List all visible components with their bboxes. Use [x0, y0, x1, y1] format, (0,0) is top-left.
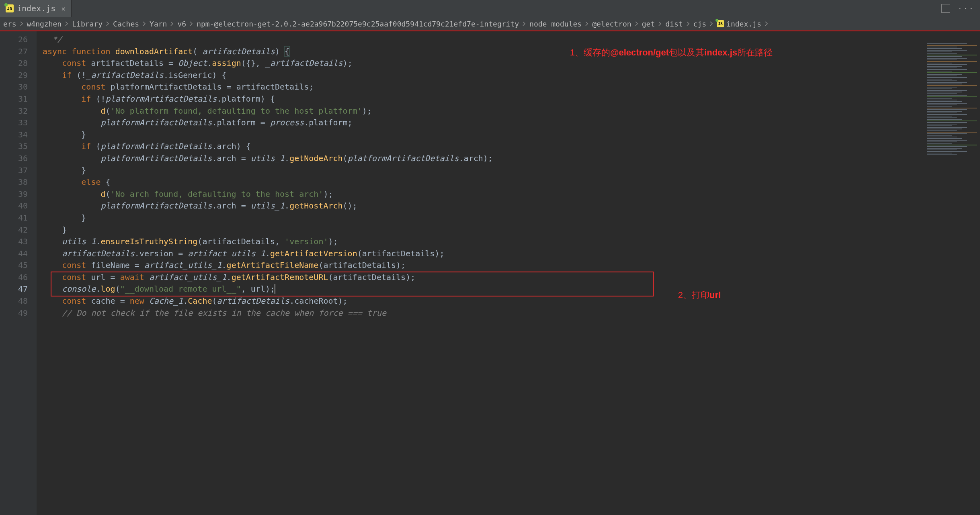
- code-line: if (!_artifactDetails.isGeneric) {: [43, 69, 924, 82]
- line-number: 45: [0, 260, 37, 272]
- line-number: 34: [0, 129, 37, 141]
- code-line: if (platformArtifactDetails.arch) {: [43, 141, 924, 153]
- line-number: 32: [0, 105, 37, 117]
- line-number: 49: [0, 307, 37, 319]
- js-file-icon: JS: [717, 20, 724, 27]
- code-line: platformArtifactDetails.arch = utils_1.g…: [43, 153, 924, 165]
- code-line: platformArtifactDetails.platform = proce…: [43, 117, 924, 129]
- code-line: utils_1.ensureIsTruthyString(artifactDet…: [43, 236, 924, 248]
- line-number: 39: [0, 188, 37, 200]
- code-line: else {: [43, 176, 924, 188]
- code-line: const artifactDetails = Object.assign({}…: [43, 57, 924, 69]
- code-line: // Do not check if the file exists in th…: [43, 307, 924, 319]
- editor: 2627282930313233343536373839404142434445…: [0, 31, 980, 515]
- close-icon[interactable]: ×: [61, 4, 66, 13]
- line-number: 27: [0, 46, 37, 58]
- line-number: 44: [0, 248, 37, 260]
- code-line: */: [43, 34, 924, 46]
- breadcrumb-item[interactable]: node_modules: [529, 20, 582, 28]
- js-file-icon: JS: [6, 4, 14, 12]
- code-line: const cache = new Cache_1.Cache(artifact…: [43, 295, 924, 307]
- more-icon[interactable]: ···: [957, 4, 974, 13]
- tab-actions: ···: [941, 0, 980, 17]
- line-number: 43: [0, 236, 37, 248]
- breadcrumb-item[interactable]: ers: [3, 20, 16, 28]
- code-line: d('No arch found, defaulting to the host…: [43, 188, 924, 200]
- breadcrumb: ersw4ngzhenLibraryCachesYarnv6npm-@elect…: [0, 17, 980, 31]
- breadcrumb-item[interactable]: npm-@electron-get-2.0.2-ae2a967b22075e9c…: [197, 20, 519, 28]
- code-line: }: [43, 212, 924, 224]
- breadcrumb-item[interactable]: v6: [177, 20, 186, 28]
- line-number-gutter: 2627282930313233343536373839404142434445…: [0, 31, 37, 515]
- line-number: 35: [0, 141, 37, 153]
- code-line: platformArtifactDetails.arch = utils_1.g…: [43, 200, 924, 212]
- code-line: const url = await artifact_utils_1.getAr…: [43, 272, 924, 284]
- breadcrumb-item[interactable]: Caches: [113, 20, 139, 28]
- breadcrumb-item[interactable]: dist: [665, 20, 683, 28]
- code-line: artifactDetails.version = artifact_utils…: [43, 248, 924, 260]
- split-editor-icon[interactable]: [941, 4, 950, 13]
- line-number: 46: [0, 272, 37, 284]
- minimap[interactable]: [924, 31, 980, 515]
- code-line: const platformArtifactDetails = artifact…: [43, 81, 924, 93]
- tab-filename: index.js: [17, 4, 55, 13]
- minimap-content: [927, 43, 977, 156]
- breadcrumb-item[interactable]: Yarn: [150, 20, 167, 28]
- file-tab[interactable]: JS index.js ×: [0, 0, 72, 17]
- breadcrumb-item[interactable]: @electron: [592, 20, 631, 28]
- code-line: }: [43, 165, 924, 177]
- line-number: 26: [0, 34, 37, 46]
- code-line: }: [43, 224, 924, 236]
- line-number: 48: [0, 295, 37, 307]
- code-line: if (!platformArtifactDetails.platform) {: [43, 93, 924, 105]
- breadcrumb-item[interactable]: JSindex.js: [717, 20, 761, 28]
- code-line: async function downloadArtifact(_artifac…: [43, 46, 924, 58]
- line-number: 40: [0, 200, 37, 212]
- line-number: 47: [0, 283, 37, 295]
- line-number: 42: [0, 224, 37, 236]
- tab-bar: JS index.js × ···: [0, 0, 980, 17]
- line-number: 36: [0, 153, 37, 165]
- line-number: 37: [0, 165, 37, 177]
- line-number: 31: [0, 93, 37, 105]
- line-number: 28: [0, 57, 37, 69]
- code-line: const fileName = artifact_utils_1.getArt…: [43, 260, 924, 272]
- breadcrumb-item[interactable]: get: [642, 20, 655, 28]
- code-line: }: [43, 129, 924, 141]
- breadcrumb-item[interactable]: Library: [72, 20, 103, 28]
- line-number: 38: [0, 176, 37, 188]
- code-line: console.log("__download remote url__", u…: [43, 283, 924, 295]
- breadcrumb-item[interactable]: w4ngzhen: [27, 20, 62, 28]
- line-number: 41: [0, 212, 37, 224]
- breadcrumb-item[interactable]: cjs: [693, 20, 707, 28]
- line-number: 29: [0, 69, 37, 82]
- line-number: 30: [0, 81, 37, 93]
- code-line: d('No platform found, defaulting to the …: [43, 105, 924, 117]
- code-area[interactable]: */async function downloadArtifact(_artif…: [37, 31, 924, 515]
- line-number: 33: [0, 117, 37, 129]
